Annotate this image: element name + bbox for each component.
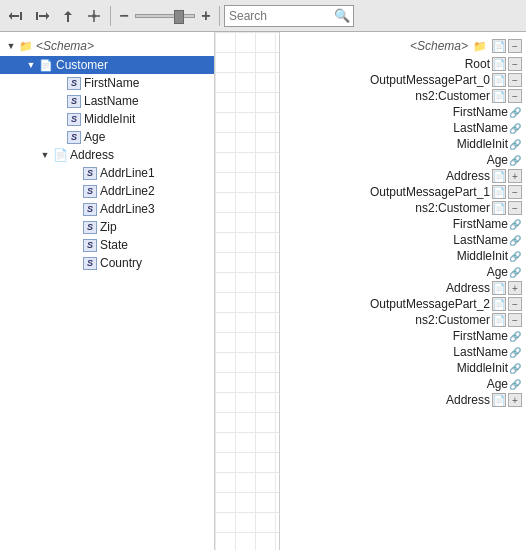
right-schema-header: <Schema> 📁 📄 − <box>280 36 526 56</box>
p1-age-label: Age <box>487 265 508 279</box>
p2-middleinit-node[interactable]: MiddleInit 🔗 <box>280 360 526 376</box>
field-s-icon-10: S <box>82 255 98 271</box>
p0-address-label: Address <box>446 169 490 183</box>
p0-middleinit-node[interactable]: MiddleInit 🔗 <box>280 136 526 152</box>
zoom-out-button[interactable]: − <box>115 7 133 25</box>
output-part-2-doc-btn[interactable]: 📄 <box>492 297 506 311</box>
customer-label: Customer <box>56 58 108 72</box>
right-schema-minus-btn[interactable]: − <box>508 39 522 53</box>
output-part-0-node[interactable]: OutputMessagePart_0 📄 − <box>280 72 526 88</box>
separator-2 <box>219 6 220 26</box>
addrline3-node[interactable]: S AddrLine3 <box>0 200 214 218</box>
svg-marker-7 <box>64 11 72 15</box>
ns2customer-2-label: ns2:Customer <box>415 313 490 327</box>
right-schema-doc-btn[interactable]: 📄 <box>492 39 506 53</box>
output-part-1-node[interactable]: OutputMessagePart_1 📄 − <box>280 184 526 200</box>
ns2customer-2-doc-btn[interactable]: 📄 <box>492 313 506 327</box>
ns2customer-1-node[interactable]: ns2:Customer 📄 − <box>280 200 526 216</box>
svg-marker-4 <box>46 12 49 20</box>
p1-age-link-icon[interactable]: 🔗 <box>508 265 522 279</box>
output-part-0-minus-btn[interactable]: − <box>508 73 522 87</box>
p0-age-link-icon[interactable]: 🔗 <box>508 153 522 167</box>
output-part-0-label: OutputMessagePart_0 <box>370 73 490 87</box>
root-doc-btn[interactable]: 📄 <box>492 57 506 71</box>
svg-marker-1 <box>9 12 12 20</box>
p0-middleinit-link-icon[interactable]: 🔗 <box>508 137 522 151</box>
ns2customer-0-doc-btn[interactable]: 📄 <box>492 89 506 103</box>
p2-firstname-node[interactable]: FirstName 🔗 <box>280 328 526 344</box>
ns2customer-2-minus-btn[interactable]: − <box>508 313 522 327</box>
ns2customer-1-minus-btn[interactable]: − <box>508 201 522 215</box>
ns2customer-1-doc-btn[interactable]: 📄 <box>492 201 506 215</box>
zoom-slider[interactable] <box>135 14 195 18</box>
p1-firstname-node[interactable]: FirstName 🔗 <box>280 216 526 232</box>
output-part-2-node[interactable]: OutputMessagePart_2 📄 − <box>280 296 526 312</box>
customer-toggle[interactable]: ▼ <box>24 58 38 72</box>
back-button[interactable] <box>4 4 28 28</box>
p1-middleinit-link-icon[interactable]: 🔗 <box>508 249 522 263</box>
lastname-node[interactable]: S LastName <box>0 92 214 110</box>
ns2customer-2-node[interactable]: ns2:Customer 📄 − <box>280 312 526 328</box>
p2-age-link-icon[interactable]: 🔗 <box>508 377 522 391</box>
lastname-label: LastName <box>84 94 139 108</box>
p0-address-node[interactable]: Address 📄 + <box>280 168 526 184</box>
output-part-0-doc-btn[interactable]: 📄 <box>492 73 506 87</box>
up-button[interactable] <box>56 4 80 28</box>
pan-button[interactable] <box>82 4 106 28</box>
output-part-1-doc-btn[interactable]: 📄 <box>492 185 506 199</box>
p1-age-node[interactable]: Age 🔗 <box>280 264 526 280</box>
zoom-slider-container: − + <box>115 7 215 25</box>
ns2customer-0-node[interactable]: ns2:Customer 📄 − <box>280 88 526 104</box>
ns2customer-0-label: ns2:Customer <box>415 89 490 103</box>
p1-address-doc-btn[interactable]: 📄 <box>492 281 506 295</box>
search-input[interactable] <box>229 9 334 23</box>
p2-firstname-link-icon[interactable]: 🔗 <box>508 329 522 343</box>
p0-address-doc-btn[interactable]: 📄 <box>492 169 506 183</box>
zip-node[interactable]: S Zip <box>0 218 214 236</box>
p1-middleinit-node[interactable]: MiddleInit 🔗 <box>280 248 526 264</box>
country-node[interactable]: S Country <box>0 254 214 272</box>
p2-address-plus-btn[interactable]: + <box>508 393 522 407</box>
middleinit-node[interactable]: S MiddleInit <box>0 110 214 128</box>
ns2customer-0-minus-btn[interactable]: − <box>508 89 522 103</box>
zoom-in-button[interactable]: + <box>197 7 215 25</box>
addrline1-node[interactable]: S AddrLine1 <box>0 164 214 182</box>
p2-address-doc-btn[interactable]: 📄 <box>492 393 506 407</box>
firstname-label: FirstName <box>84 76 139 90</box>
p0-lastname-node[interactable]: LastName 🔗 <box>280 120 526 136</box>
state-node[interactable]: S State <box>0 236 214 254</box>
p2-lastname-node[interactable]: LastName 🔗 <box>280 344 526 360</box>
output-part-1-minus-btn[interactable]: − <box>508 185 522 199</box>
field-s-icon-6: S <box>82 183 98 199</box>
firstname-node[interactable]: S FirstName <box>0 74 214 92</box>
p1-firstname-link-icon[interactable]: 🔗 <box>508 217 522 231</box>
p1-lastname-link-icon[interactable]: 🔗 <box>508 233 522 247</box>
p2-address-label: Address <box>446 393 490 407</box>
p0-address-plus-btn[interactable]: + <box>508 169 522 183</box>
right-schema-label: <Schema> <box>410 39 468 53</box>
customer-node[interactable]: ▼ 📄 Customer <box>0 56 214 74</box>
p1-address-node[interactable]: Address 📄 + <box>280 280 526 296</box>
left-schema-toggle[interactable]: ▼ <box>4 39 18 53</box>
p2-middleinit-link-icon[interactable]: 🔗 <box>508 361 522 375</box>
root-node[interactable]: Root 📄 − <box>280 56 526 72</box>
address-toggle[interactable]: ▼ <box>38 148 52 162</box>
addrline2-node[interactable]: S AddrLine2 <box>0 182 214 200</box>
p1-address-plus-btn[interactable]: + <box>508 281 522 295</box>
p1-lastname-node[interactable]: LastName 🔗 <box>280 232 526 248</box>
output-part-2-minus-btn[interactable]: − <box>508 297 522 311</box>
root-minus-btn[interactable]: − <box>508 57 522 71</box>
p2-address-node[interactable]: Address 📄 + <box>280 392 526 408</box>
p2-lastname-link-icon[interactable]: 🔗 <box>508 345 522 359</box>
search-box: 🔍 <box>224 5 354 27</box>
forward-button[interactable] <box>30 4 54 28</box>
p0-firstname-link-icon[interactable]: 🔗 <box>508 105 522 119</box>
ns2customer-1-label: ns2:Customer <box>415 201 490 215</box>
p0-lastname-link-icon[interactable]: 🔗 <box>508 121 522 135</box>
address-node[interactable]: ▼ 📄 Address <box>0 146 214 164</box>
p2-age-node[interactable]: Age 🔗 <box>280 376 526 392</box>
p0-firstname-node[interactable]: FirstName 🔗 <box>280 104 526 120</box>
search-icon[interactable]: 🔍 <box>334 8 350 23</box>
age-node[interactable]: S Age <box>0 128 214 146</box>
p0-age-node[interactable]: Age 🔗 <box>280 152 526 168</box>
